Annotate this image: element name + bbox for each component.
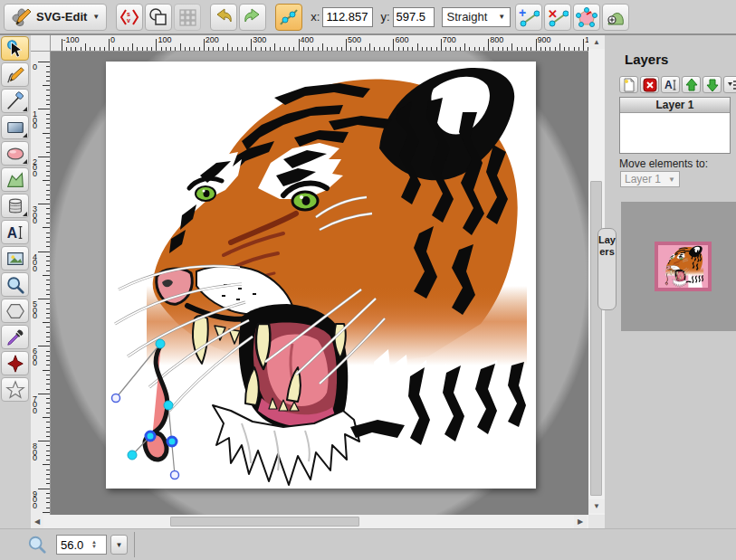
workarea: -10001002003004005006007008009001000 010… [31,35,605,528]
svg-text:s: s [127,11,130,17]
path-tool-icon [5,170,25,190]
svg-canvas[interactable] [106,62,536,489]
menu-caret-icon: ▼ [92,13,100,21]
link-control-points-button[interactable] [275,4,302,31]
horizontal-scrollbar[interactable]: ◀ ▶ [31,515,588,528]
path-node[interactable] [156,339,165,348]
scroll-up-button[interactable]: ▲ [588,35,605,49]
layers-panel-handle[interactable]: Layers [597,228,617,310]
tool-select[interactable] [1,36,29,61]
path-node-selected[interactable] [167,437,177,446]
source-editor-button[interactable]: s v [116,4,143,31]
hexagon-tool-icon [5,301,25,321]
layer-buttons-row: A [619,76,736,93]
move-target-value: Layer 1 [625,173,661,185]
bottom-toolbar: ▲▼ ▼ [0,528,736,560]
tool-eyedropper[interactable] [1,325,29,349]
undo-icon [213,6,234,28]
redo-button[interactable] [239,4,266,31]
drawing-thumbnail [655,242,712,291]
delete-node-icon: ✕ [547,6,569,28]
pencil-icon [5,65,25,85]
layers-sidepanel: Layers A [605,35,736,528]
tool-rect[interactable] [1,115,29,139]
tool-pencil[interactable] [1,62,29,87]
ruler-corner [31,35,51,52]
select-caret-icon: ▼ [498,13,505,21]
delete-node-button[interactable]: ✕ [544,4,571,31]
vertical-ruler: 0100200300400500600700800900 [31,52,51,515]
scroll-right-button[interactable]: ▶ [574,515,587,528]
tool-path[interactable] [1,167,29,192]
new-layer-button[interactable] [619,76,638,93]
tool-shape-library[interactable] [1,194,29,218]
svg-text:✕: ✕ [548,7,558,21]
segment-type-value: Straight [447,10,488,24]
horizontal-scroll-thumb[interactable] [170,517,359,527]
y-coordinate-input[interactable] [393,7,435,27]
path-node[interactable] [128,451,137,460]
tiger-artwork[interactable] [115,68,527,487]
undo-button[interactable] [210,4,237,31]
control-handle-line [116,344,160,398]
scroll-left-button[interactable]: ◀ [31,515,43,528]
wireframe-icon [148,7,168,27]
svg-text:+: + [519,6,526,20]
zoom-level-input[interactable] [61,538,91,552]
bezier-handle[interactable] [112,394,120,403]
tool-ellipse[interactable] [1,141,29,166]
add-subpath-button[interactable] [602,4,629,31]
svg-text:v: v [127,17,130,24]
layer-row-active[interactable]: Layer 1 [620,98,730,113]
open-path-icon [576,6,597,28]
delete-layer-button[interactable] [640,76,659,93]
layer-down-icon [705,78,720,92]
zoom-spinner[interactable]: ▲▼ [91,540,97,549]
select-caret-icon: ▼ [668,176,675,184]
main-menu-button[interactable]: SVG-Edit ▼ [4,4,107,31]
bezier-handle[interactable] [171,471,179,479]
eyedropper-icon [5,327,25,347]
zoom-level-icon [27,535,47,555]
x-coordinate-label: x: [311,10,320,24]
insert-node-button[interactable]: + [515,4,542,31]
flyout-arrow-icon [23,133,27,138]
segment-type-select[interactable]: Straight ▼ [442,7,511,27]
canvas-viewport[interactable] [51,52,588,515]
tool-text[interactable]: A [1,220,29,244]
tool-image[interactable] [1,246,29,271]
node-link-icon [278,6,300,28]
path-node-selected[interactable] [146,432,155,441]
horizontal-ruler: -10001002003004005006007008009001000 [51,35,588,52]
x-coordinate-input[interactable] [322,7,373,27]
tool-line[interactable] [1,89,29,113]
flyout-arrow-icon [23,107,27,111]
zoom-tool-icon [5,275,25,295]
zoom-level-field: ▲▼ [56,535,107,555]
tool-polygon[interactable] [1,299,29,323]
delete-layer-icon [643,78,657,92]
wireframe-button[interactable] [145,4,172,31]
grid-button[interactable] [174,4,201,31]
move-layer-up-button[interactable] [682,76,701,93]
move-target-select[interactable]: Layer 1 ▼ [620,171,680,187]
scroll-down-button[interactable]: ▼ [588,499,605,513]
insert-node-icon: + [518,6,540,28]
layer-menu-button[interactable] [723,76,736,93]
zoom-preset-dropdown[interactable]: ▼ [110,535,128,555]
rename-layer-button[interactable]: A [661,76,680,93]
text-tool-icon: A [5,223,25,242]
tool-star-burst[interactable] [1,351,29,375]
move-layer-down-button[interactable] [703,76,722,93]
logo-label: SVG-Edit [36,10,87,24]
select-arrow-icon [5,39,25,59]
redo-icon [242,6,263,28]
path-node[interactable] [164,401,173,410]
tool-star[interactable] [1,377,29,402]
layer-menu-icon [726,78,736,92]
rename-layer-icon: A [664,78,678,92]
open-path-button[interactable] [573,4,600,31]
flyout-arrow-icon [23,159,27,164]
tool-zoom[interactable] [1,272,29,297]
flyout-arrow-icon [23,212,27,216]
